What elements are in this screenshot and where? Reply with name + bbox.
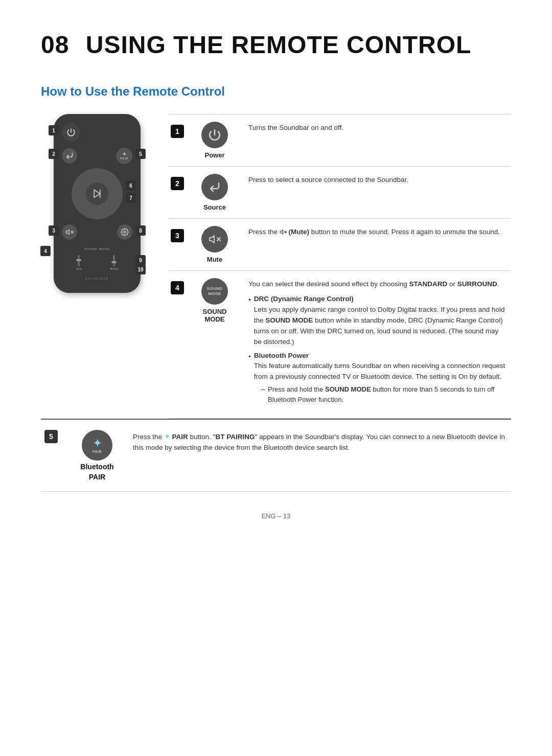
power-icon-circle xyxy=(201,122,228,148)
bottom-num-5: 5 xyxy=(41,430,61,443)
svg-marker-9 xyxy=(280,230,283,234)
desc-num-4: 4 xyxy=(169,271,189,418)
desc-text-1: Turns the Soundbar on and off. xyxy=(240,114,511,166)
remote-badge-8: 8 xyxy=(135,225,146,236)
soundbar-label: SOUNDBAR xyxy=(85,277,109,280)
bluetooth-pair-btn[interactable]: ✦ PAIR xyxy=(82,430,112,461)
chapter-number: 08 xyxy=(41,31,69,58)
desc-num-1: 1 xyxy=(169,114,189,166)
bt-label-line1: Bluetooth xyxy=(80,463,113,471)
desc-icon-col-3: Mute xyxy=(189,219,240,270)
desc-text-4: You can select the desired sound effect … xyxy=(240,271,511,418)
sub-bullet-1: – Press and hold the SOUND MODE button f… xyxy=(261,384,506,405)
remote-badge-1: 1 xyxy=(49,125,59,135)
num-badge-1: 1 xyxy=(171,125,184,138)
chapter-title-text: USING THE REMOTE CONTROL xyxy=(86,31,472,58)
sound-mode-bullets: • DRC (Dynamic Range Control) Lets you a… xyxy=(248,294,506,407)
remote-wrapper: 1 2 xyxy=(41,114,153,293)
num-badge-4: 4 xyxy=(171,281,184,294)
source-icon-circle xyxy=(201,174,228,200)
remote-badge-5: 5 xyxy=(135,149,146,159)
remote-pair-btn[interactable]: ✦ PAIR xyxy=(116,148,132,164)
num-badge-2: 2 xyxy=(171,177,184,190)
remote-illustration: 1 2 xyxy=(54,114,141,293)
mute-icon-circle xyxy=(201,226,228,253)
svg-marker-0 xyxy=(94,190,100,198)
remote-badge-7: 7 xyxy=(126,193,136,203)
remote-badge-2: 2 xyxy=(49,149,59,159)
chapter-title: 08 USING THE REMOTE CONTROL xyxy=(41,31,511,59)
desc-row-4: 4 SOUNDMODE SOUND MODE You can select th… xyxy=(169,270,511,419)
source-label: Source xyxy=(203,203,226,211)
page-footer: ENG – 13 xyxy=(41,512,511,520)
remote-power-btn[interactable] xyxy=(62,123,80,142)
desc-num-2: 2 xyxy=(169,167,189,218)
soundmode-icon-circle: SOUNDMODE xyxy=(201,278,228,305)
num-badge-3: 3 xyxy=(171,229,184,242)
bottom-section-5: 5 ✦ PAIR Bluetooth PAIR Press the ✦ PAIR… xyxy=(41,419,511,492)
svg-marker-2 xyxy=(66,230,69,234)
soundmode-label: SOUND MODE xyxy=(194,308,235,323)
dpad-ring xyxy=(72,168,123,219)
desc-row-2: 2 Source Press to select a source connec… xyxy=(169,166,511,218)
remote-dpad[interactable]: 6 7 xyxy=(72,168,123,219)
mute-label: Mute xyxy=(207,256,222,263)
remote-badge-3: 3 xyxy=(49,225,59,236)
sound-mode-remote-label: SOUND MODE xyxy=(84,247,110,250)
desc-text-2: Press to select a source connected to th… xyxy=(240,167,511,218)
vol-slider[interactable] xyxy=(78,255,80,266)
bottom-text-5: Press the ✦ PAIR button. "BT PAIRING" ap… xyxy=(133,430,511,453)
remote-mute-btn[interactable] xyxy=(62,224,77,240)
desc-row-1: 1 Power Turns the Soundbar on and off. xyxy=(169,114,511,166)
power-label: Power xyxy=(204,151,224,159)
remote-settings-btn[interactable] xyxy=(117,224,132,240)
desc-num-3: 3 xyxy=(169,219,189,270)
remote-badge-9: 9 xyxy=(135,255,146,265)
footer-text: ENG – 13 xyxy=(261,512,290,520)
desc-row-3: 3 Mute Press the xyxy=(169,218,511,270)
desc-text-3: Press the (Mute) button to mute the soun… xyxy=(240,219,511,270)
remote-body: 1 2 xyxy=(54,114,141,293)
remote-badge-6: 6 xyxy=(126,180,136,191)
bottom-icon-area-5: ✦ PAIR Bluetooth PAIR xyxy=(72,430,123,481)
desc-icon-col-1: Power xyxy=(189,114,240,166)
bullet-bt-power: • Bluetooth Power This feature automatic… xyxy=(248,351,506,407)
remote-badge-4: 4 xyxy=(40,246,51,256)
descriptions-col: 1 Power Turns the Soundbar on and off. xyxy=(169,114,511,419)
svg-point-5 xyxy=(124,231,126,233)
bt-label-line2: PAIR xyxy=(89,473,105,481)
num-badge-5: 5 xyxy=(44,430,58,443)
pair-btn-label: PAIR xyxy=(93,450,102,453)
remote-badge-10: 10 xyxy=(135,264,146,274)
desc-icon-col-4: SOUNDMODE SOUND MODE xyxy=(189,271,240,418)
vol-label: VOL xyxy=(76,267,82,270)
bluetooth-icon: ✦ xyxy=(93,437,102,449)
dpad-center-btn[interactable] xyxy=(86,182,108,205)
desc-icon-col-2: Source xyxy=(189,167,240,218)
remote-source-btn[interactable] xyxy=(62,148,77,164)
bullet-drc: • DRC (Dynamic Range Control) Lets you a… xyxy=(248,294,506,348)
bass-label: BASS xyxy=(110,267,118,270)
bass-slider[interactable] xyxy=(113,255,115,266)
section-title: How to Use the Remote Control xyxy=(41,84,511,99)
content-area: 1 2 xyxy=(41,114,511,419)
page-container: 08 USING THE REMOTE CONTROL How to Use t… xyxy=(0,0,552,551)
svg-marker-6 xyxy=(210,236,214,243)
